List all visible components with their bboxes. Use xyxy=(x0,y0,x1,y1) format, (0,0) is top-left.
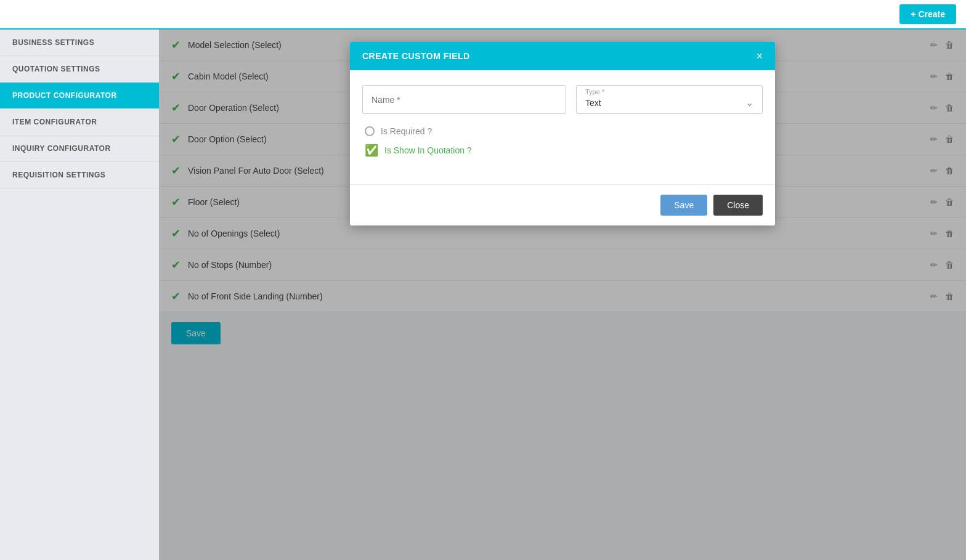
modal-footer: Save Close xyxy=(350,184,775,225)
radio-group: Is Required ? ✅ Is Show In Quotation ? xyxy=(365,126,763,157)
modal-close-btn[interactable]: Close xyxy=(713,195,763,216)
modal-fields-row: Type * Text ⌄ xyxy=(362,85,763,114)
sidebar-item-product-configurator[interactable]: PRODUCT CONFIGURATOR xyxy=(0,83,159,109)
is-show-quotation-label: Is Show In Quotation ? xyxy=(384,145,472,155)
modal-body: Type * Text ⌄ Is Required ? xyxy=(350,70,775,184)
layout: BUSINESS SETTINGS QUOTATION SETTINGS PRO… xyxy=(0,30,966,560)
create-custom-field-modal: CREATE CUSTOM FIELD × Type * Text ⌄ xyxy=(350,42,775,225)
modal-close-button[interactable]: × xyxy=(756,51,763,62)
sidebar-item-requisition-settings[interactable]: REQUISITION SETTINGS xyxy=(0,162,159,189)
is-show-quotation-item: ✅ Is Show In Quotation ? xyxy=(365,144,763,157)
type-label: Type * xyxy=(577,86,762,95)
is-required-label: Is Required ? xyxy=(381,126,432,136)
sidebar-item-quotation-settings[interactable]: QUOTATION SETTINGS xyxy=(0,56,159,83)
modal-overlay: CREATE CUSTOM FIELD × Type * Text ⌄ xyxy=(159,30,966,560)
modal-header: CREATE CUSTOM FIELD × xyxy=(350,42,775,70)
type-value: Text xyxy=(585,98,601,108)
create-button[interactable]: + Create xyxy=(899,4,956,24)
top-bar: + Create xyxy=(0,0,966,30)
type-select-wrapper[interactable]: Type * Text ⌄ xyxy=(576,85,763,114)
check-circle-icon[interactable]: ✅ xyxy=(365,144,378,157)
sidebar: BUSINESS SETTINGS QUOTATION SETTINGS PRO… xyxy=(0,30,159,560)
radio-unchecked-icon[interactable] xyxy=(365,126,375,136)
name-input[interactable] xyxy=(362,85,566,114)
chevron-down-icon: ⌄ xyxy=(745,97,753,108)
sidebar-item-item-configurator[interactable]: ITEM CONFIGURATOR xyxy=(0,109,159,136)
type-select-row: Text ⌄ xyxy=(577,95,762,113)
is-required-item: Is Required ? xyxy=(365,126,763,136)
main-content: ✔ Model Selection (Select) ✏ 🗑 ✔ Cabin M… xyxy=(159,30,966,560)
modal-title: CREATE CUSTOM FIELD xyxy=(362,51,470,61)
sidebar-item-inquiry-configurator[interactable]: INQUIRY CONFIGURATOR xyxy=(0,136,159,162)
modal-save-button[interactable]: Save xyxy=(660,195,707,216)
sidebar-item-business-settings[interactable]: BUSINESS SETTINGS xyxy=(0,30,159,56)
